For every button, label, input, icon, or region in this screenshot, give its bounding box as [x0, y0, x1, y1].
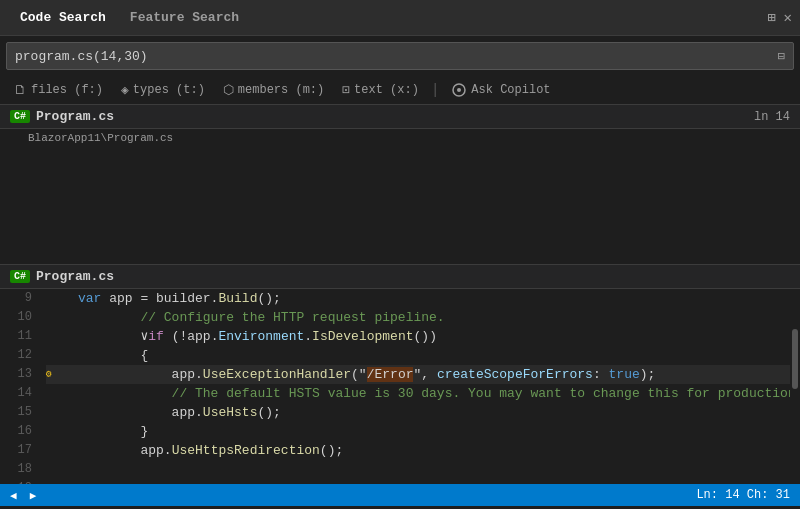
ln-15: 15 [0, 403, 32, 422]
filter-types[interactable]: ◈ types (t:) [115, 80, 211, 100]
svg-point-1 [457, 88, 461, 92]
filter-files-label: files (f:) [31, 83, 103, 97]
line-numbers: 9 10 11 12 13 14 15 16 17 18 19 [0, 289, 38, 484]
filter-members[interactable]: ⬡ members (m:) [217, 80, 330, 100]
ln-19: 19 [0, 479, 32, 484]
filter-tabs: 🗋 files (f:) ◈ types (t:) ⬡ members (m:)… [0, 76, 800, 105]
status-bar: ◀ ▶ Ln: 14 Ch: 31 [0, 484, 800, 506]
filter-files[interactable]: 🗋 files (f:) [8, 81, 109, 100]
close-icon[interactable]: ✕ [784, 9, 792, 26]
ln-17: 17 [0, 441, 32, 460]
code-17: } [78, 422, 148, 441]
code-11: // Configure the HTTP request pipeline. [78, 308, 445, 327]
bp-14: ⚙ [46, 365, 62, 384]
search-input[interactable] [15, 49, 778, 64]
code-line-17: } [46, 422, 790, 441]
result-filename: Program.cs [36, 109, 114, 124]
code-line-14: ⚙ app.UseExceptionHandler("/Error", crea… [46, 365, 790, 384]
result-line-num: ln 14 [754, 110, 790, 124]
files-icon: 🗋 [14, 83, 27, 98]
ln-16: 16 [0, 422, 32, 441]
code-line-13: { [46, 346, 790, 365]
result-file-left: C# Program.cs [10, 109, 114, 124]
csharp-badge: C# [10, 110, 30, 123]
filter-divider: | [431, 82, 439, 98]
code-line-19: app.UseHttpsRedirection(); [46, 441, 790, 460]
members-icon: ⬡ [223, 82, 234, 98]
copilot-label: Ask Copilot [471, 83, 550, 97]
copilot-icon [451, 82, 467, 98]
code-container: 9 10 11 12 13 14 15 16 17 18 19 var app … [0, 289, 800, 484]
ln-14: 14 [0, 384, 32, 403]
title-bar: Code Search Feature Search ⊞ ✕ [0, 0, 800, 36]
result-file-path: BlazorApp11\Program.cs [0, 129, 800, 148]
scrollbar-thumb[interactable] [792, 329, 798, 389]
code-line-9: var app = builder.Build(); [46, 289, 790, 308]
code-9: var app = builder.Build(); [78, 289, 281, 308]
code-13: { [78, 346, 148, 365]
filter-text-label: text (x:) [354, 83, 419, 97]
code-14: app.UseExceptionHandler("/Error", create… [78, 365, 655, 384]
editor-csharp-badge: C# [10, 270, 30, 283]
scrollbar-track[interactable] [790, 289, 800, 484]
ln-10: 10 [0, 308, 32, 327]
text-icon: ⊡ [342, 82, 350, 98]
code-line-15: // The default HSTS value is 30 days. Yo… [46, 384, 790, 403]
ln-13: 13 [0, 365, 32, 384]
code-16: app.UseHsts(); [78, 403, 281, 422]
expand-icon[interactable]: ⊟ [778, 49, 785, 64]
filter-types-label: types (t:) [133, 83, 205, 97]
editor-header: C# Program.cs [0, 265, 800, 289]
status-line-col[interactable]: Ln: 14 Ch: 31 [696, 488, 790, 502]
code-line-11: // Configure the HTTP request pipeline. [46, 308, 790, 327]
result-file-header[interactable]: C# Program.cs ln 14 [0, 105, 800, 129]
title-bar-icons: ⊞ ✕ [767, 9, 792, 26]
code-19: app.UseHttpsRedirection(); [78, 441, 343, 460]
code-15: // The default HSTS value is 30 days. Yo… [78, 384, 790, 403]
ln-11: 11 [0, 327, 32, 346]
code-lines: var app = builder.Build(); // Configure … [38, 289, 790, 484]
types-icon: ◈ [121, 82, 129, 98]
code-line-16: app.UseHsts(); [46, 403, 790, 422]
results-section: C# Program.cs ln 14 BlazorApp11\Program.… [0, 105, 800, 265]
code-12: ∨if (!app.Environment.IsDevelopment()) [78, 327, 437, 346]
tab-feature-search[interactable]: Feature Search [118, 4, 251, 31]
tab-code-search[interactable]: Code Search [8, 4, 118, 31]
ask-copilot-button[interactable]: Ask Copilot [445, 80, 556, 100]
editor-filename: Program.cs [36, 269, 114, 284]
editor-area: C# Program.cs 9 10 11 12 13 14 15 16 17 … [0, 265, 800, 484]
status-arrows-left[interactable]: ◀ ▶ [10, 489, 36, 502]
toggle-icon[interactable]: ⊞ [767, 9, 775, 26]
search-bar: ⊟ [6, 42, 794, 70]
ln-9: 9 [0, 289, 32, 308]
filter-text[interactable]: ⊡ text (x:) [336, 80, 425, 100]
ln-12: 12 [0, 346, 32, 365]
filter-members-label: members (m:) [238, 83, 324, 97]
ln-18: 18 [0, 460, 32, 479]
code-line-12: ∨if (!app.Environment.IsDevelopment()) [46, 327, 790, 346]
